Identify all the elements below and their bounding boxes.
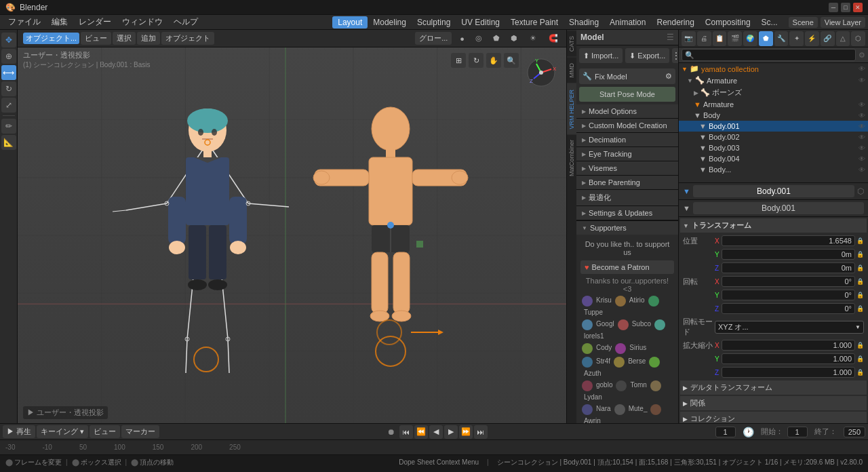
grid-toggle[interactable]: ⊞ [451, 53, 466, 68]
props-output-tab[interactable]: 🖨 [697, 31, 711, 46]
rot-lock-x-icon[interactable]: 🔒 [856, 278, 864, 285]
mmd-tab[interactable]: MMD [567, 57, 576, 83]
vp-add-menu[interactable]: 追加 [137, 32, 160, 45]
pan-toggle[interactable]: ✋ [486, 53, 501, 68]
mat-combiner-tab[interactable]: MatCombiner [567, 134, 576, 182]
armature-vis-icon[interactable]: 👁 [859, 77, 865, 84]
delta-transform-header[interactable]: ▶ デルタトランスフォーム [680, 380, 867, 395]
vp-view-menu[interactable]: ビュー [81, 32, 111, 45]
tree-item-body[interactable]: ▼ Body 👁 [679, 110, 868, 121]
tool-scale[interactable]: ⤢ [1, 98, 16, 113]
workspace-tab-shading[interactable]: Shading [564, 16, 604, 28]
scale-lock-x-icon[interactable]: 🔒 [856, 342, 864, 349]
collections-header[interactable]: ▶ コレクション [680, 412, 867, 423]
props-view-layer-tab[interactable]: 📋 [713, 31, 727, 46]
optimization-header[interactable]: ▶ 最適化 [576, 190, 678, 205]
rotation-mode-dropdown[interactable]: XYZ オ... ▼ [715, 321, 864, 334]
tool-select[interactable]: ✥ [1, 33, 16, 47]
marker-menu[interactable]: マーカー [121, 425, 159, 438]
tree-item-armature[interactable]: ▼ 🦴 Armature 👁 [679, 75, 868, 86]
location-z-value[interactable]: 0m [722, 262, 855, 273]
props-world-tab[interactable]: 🌍 [743, 31, 757, 46]
collection-vis-icon[interactable]: 👁 [859, 65, 865, 73]
reverse-play-btn[interactable]: ◀ [429, 425, 443, 439]
keying-menu[interactable]: キーイング ▾ [37, 425, 88, 438]
workspace-tab-modeling[interactable]: Modeling [368, 16, 412, 28]
props-physics-tab[interactable]: ⚡ [805, 31, 819, 46]
minimize-button[interactable]: ─ [829, 3, 838, 12]
vp-overlay-btn[interactable]: グロー... [415, 32, 452, 45]
become-patron-button[interactable]: ♥ Become a Patron [580, 260, 674, 274]
vp-snap-toggle[interactable]: 🧲 [546, 33, 561, 44]
record-btn[interactable]: ⏺ [387, 427, 395, 437]
collection-header[interactable]: ▼ 📁 yamato collection 👁 [679, 63, 868, 75]
zoom-toggle[interactable]: 🔍 [504, 53, 519, 68]
eye-tracking-header[interactable]: ▶ Eye Tracking [576, 147, 678, 161]
menu-edit[interactable]: 編集 [46, 15, 73, 29]
tool-annotate[interactable]: ✏ [1, 119, 16, 134]
jump-end-btn[interactable]: ⏭ [474, 425, 488, 439]
scale-lock-z-icon[interactable]: 🔒 [856, 369, 864, 376]
workspace-tab-rendering[interactable]: Rendering [651, 16, 699, 28]
relations-header[interactable]: ▶ 関係 [680, 396, 867, 410]
props-scene-tab[interactable]: 🎬 [728, 31, 742, 46]
workspace-tab-layout[interactable]: Layout [332, 16, 368, 28]
lock-z-icon[interactable]: 🔒 [856, 264, 864, 271]
tree-item-body-more[interactable]: ▼ Body... 👁 [679, 164, 868, 175]
props-constraints-tab[interactable]: 🔗 [821, 31, 835, 46]
vp-shading-wire[interactable]: ◎ [473, 33, 485, 44]
vp-select-menu[interactable]: 選択 [113, 32, 136, 45]
body004-vis-icon[interactable]: 👁 [859, 155, 865, 163]
maximize-button[interactable]: □ [841, 3, 850, 12]
rotation-z-value[interactable]: 0° [722, 303, 855, 314]
outliner-filter-btn[interactable]: ⚙ [859, 51, 865, 60]
custom-model-header[interactable]: ▶ Custom Model Creation [576, 119, 678, 132]
decimation-header[interactable]: ▶ Decimation [576, 133, 678, 146]
pose-mode-button[interactable]: Start Pose Mode [579, 87, 675, 102]
tree-item-bones[interactable]: ▶ 🦴 ボーンズ [679, 86, 868, 99]
rot-lock-y-icon[interactable]: 🔒 [856, 292, 864, 298]
timeline-strip[interactable]: -30 -10 50 100 150 200 250 [0, 439, 868, 454]
scale-y-value[interactable]: 1.000 [722, 353, 855, 364]
workspace-tab-sc[interactable]: Sc... [756, 16, 783, 28]
playback-menu[interactable]: ▶ 再生 [3, 425, 35, 438]
view-menu[interactable]: ビュー [90, 425, 120, 438]
transform-section-header[interactable]: ▼ トランスフォーム [680, 218, 867, 233]
jump-start-btn[interactable]: ⏮ [399, 425, 413, 439]
orbit-toggle[interactable]: ↻ [469, 53, 484, 68]
menu-render[interactable]: レンダー [73, 15, 117, 29]
vp-shading-render[interactable]: ⬢ [508, 33, 520, 44]
mode-dropdown[interactable]: オブジェクト... [23, 33, 79, 44]
props-modifier-tab[interactable]: 🔧 [774, 31, 789, 46]
scale-lock-y-icon[interactable]: 🔒 [856, 355, 864, 362]
armature2-vis-icon[interactable]: 👁 [859, 101, 865, 109]
end-frame-input[interactable]: 250 [844, 427, 865, 437]
vp-shading-material[interactable]: ⬟ [490, 33, 502, 44]
rot-lock-z-icon[interactable]: 🔒 [856, 305, 864, 312]
workspace-tab-texture-paint[interactable]: Texture Paint [505, 16, 564, 28]
menu-window[interactable]: ウィンドウ [117, 15, 168, 29]
tree-item-body004[interactable]: ▼ Body.004 👁 [679, 153, 868, 164]
tree-item-body001[interactable]: ▼ Body.001 👁 [679, 121, 868, 132]
workspace-tab-animation[interactable]: Animation [604, 16, 651, 28]
tree-item-armature2[interactable]: ▼ Armature 👁 [679, 99, 868, 110]
props-particles-tab[interactable]: ✦ [789, 31, 804, 46]
outliner-search[interactable] [682, 49, 856, 61]
current-frame-display[interactable]: 1 [715, 427, 736, 437]
props-material-tab[interactable]: ⬡ [851, 31, 865, 46]
props-data-tab[interactable]: △ [836, 31, 850, 46]
body003-vis-icon[interactable]: 👁 [859, 144, 865, 152]
bodymore-vis-icon[interactable]: 👁 [859, 166, 865, 174]
location-x-value[interactable]: 1.6548 [722, 235, 855, 246]
lock-x-icon[interactable]: 🔒 [856, 237, 864, 244]
play-btn[interactable]: ▶ [444, 425, 458, 439]
bone-parenting-header[interactable]: ▶ Bone Parenting [576, 176, 678, 189]
props-object-tab[interactable]: ⬟ [759, 31, 773, 46]
body-vis-icon[interactable]: 👁 [859, 112, 865, 119]
vrm-helper-tab[interactable]: VRM HELPER [567, 83, 576, 135]
body001-vis-icon[interactable]: 👁 [859, 123, 865, 130]
viewport-canvas[interactable]: ユーザー・透視投影 (1) シーンコレクション | Body.001 : Bas… [18, 47, 566, 423]
view-layer-selector[interactable]: View Layer [821, 17, 865, 28]
tool-move[interactable]: ⟷ [1, 65, 16, 80]
tool-rotate[interactable]: ↻ [1, 81, 16, 96]
